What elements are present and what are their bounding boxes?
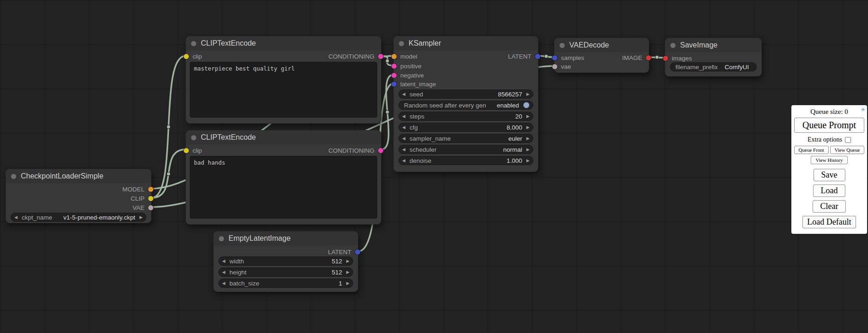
decrement-arrow-icon[interactable]: ◀ [402,134,405,143]
input-port-latent-image[interactable]: latent_image [391,80,436,88]
node-title-bar[interactable]: EmptyLatentImage [214,232,358,245]
port-dot-clip[interactable] [148,196,154,202]
port-dot-latent[interactable] [552,55,558,61]
widget-height[interactable]: ◀ height 512 ▶ [218,268,353,277]
decrement-arrow-icon[interactable]: ◀ [222,268,225,277]
increment-arrow-icon[interactable]: ▶ [526,123,530,132]
input-port-model[interactable]: model [391,53,417,60]
decrement-arrow-icon[interactable]: ◀ [222,279,225,288]
increment-arrow-icon[interactable]: ▶ [526,156,530,165]
node-vae-decode[interactable]: VAEDecode samples vae IMAGE [554,38,649,73]
decrement-arrow-icon[interactable]: ◀ [222,256,225,266]
port-dot-latent[interactable] [391,81,397,87]
widget-filename-prefix[interactable]: filename_prefix ComfyUI [670,62,757,71]
extra-options-checkbox[interactable] [845,137,851,143]
load-button[interactable]: Load [813,184,846,197]
port-dot-model[interactable] [148,186,154,192]
collapse-dot-icon[interactable] [670,43,675,48]
clear-button[interactable]: Clear [813,200,846,213]
port-dot-conditioning[interactable] [391,72,397,78]
port-dot-model[interactable] [391,54,397,59]
port-dot-latent[interactable] [355,249,361,255]
save-button[interactable]: Save [814,169,845,181]
port-dot-conditioning[interactable] [391,63,397,69]
increment-arrow-icon[interactable]: ▶ [346,256,350,266]
view-history-button[interactable]: View History [811,156,848,164]
widget-random-seed-toggle[interactable]: Random seed after every gen enabled [398,101,533,110]
node-title-bar[interactable]: CheckpointLoaderSimple [6,169,151,183]
node-canvas[interactable]: { "colors": { "model": "#e0962e", "clip"… [0,0,868,333]
output-port-model[interactable]: MODEL [122,185,154,193]
widget-batch-size[interactable]: ◀ batch_size 1 ▶ [218,279,353,288]
widget-seed[interactable]: ◀ seed 8566257 ▶ [398,89,533,99]
decrement-arrow-icon[interactable]: ◀ [402,145,405,154]
settings-icon[interactable]: ✳ [861,107,865,113]
node-title-bar[interactable]: VAEDecode [555,38,649,52]
decrement-arrow-icon[interactable]: ◀ [402,112,405,121]
collapse-dot-icon[interactable] [219,236,224,241]
queue-front-button[interactable]: Queue Front [794,146,829,154]
node-title-bar[interactable]: KSampler [394,36,538,50]
widget-ckpt-name[interactable]: ◀ ckpt_name v1-5-pruned-emaonly.ckpt ▶ [11,213,146,222]
collapse-dot-icon[interactable] [191,41,196,46]
port-dot-conditioning[interactable] [378,148,384,154]
increment-arrow-icon[interactable]: ▶ [526,89,530,99]
prompt-textarea[interactable]: bad hands [190,156,377,219]
output-port-clip[interactable]: CLIP [131,195,154,202]
input-port-negative[interactable]: negative [391,71,424,79]
port-dot-vae[interactable] [552,64,558,70]
decrement-arrow-icon[interactable]: ◀ [402,89,405,99]
node-title-bar[interactable]: CLIPTextEncode [186,36,381,50]
toggle-knob-icon[interactable] [523,102,530,108]
view-queue-button[interactable]: View Queue [830,146,865,154]
widget-width[interactable]: ◀ width 512 ▶ [218,256,353,266]
input-port-clip[interactable]: clip [183,53,202,60]
port-dot-latent[interactable] [535,54,541,59]
widget-sampler-name[interactable]: ◀ sampler_name euler ▶ [398,134,533,143]
collapse-dot-icon[interactable] [191,135,196,140]
increment-arrow-icon[interactable]: ▶ [526,145,530,154]
widget-denoise[interactable]: ◀ denoise 1.000 ▶ [398,156,533,165]
decrement-arrow-icon[interactable]: ◀ [402,123,405,132]
input-port-vae[interactable]: vae [552,63,571,70]
node-title-bar[interactable]: SaveImage [665,38,761,52]
port-dot-clip[interactable] [183,54,189,59]
node-ksampler[interactable]: KSampler model positive negative latent_… [393,36,538,172]
widget-cfg[interactable]: ◀ cfg 8.000 ▶ [398,123,533,132]
queue-prompt-button[interactable]: Queue Prompt [794,118,864,133]
input-port-images[interactable]: images [663,54,692,62]
input-port-positive[interactable]: positive [391,62,422,70]
input-port-clip[interactable]: clip [183,147,202,154]
port-dot-clip[interactable] [183,148,189,154]
load-default-button[interactable]: Load Default [802,216,856,228]
decrement-arrow-icon[interactable]: ◀ [14,213,18,222]
port-dot-image[interactable] [663,55,669,61]
increment-arrow-icon[interactable]: ▶ [139,213,143,222]
output-port-latent[interactable]: LATENT [328,248,361,256]
node-empty-latent-image[interactable]: EmptyLatentImage LATENT ◀ width 512 ▶ ◀ … [213,231,358,292]
widget-steps[interactable]: ◀ steps 20 ▶ [398,112,533,121]
increment-arrow-icon[interactable]: ▶ [346,279,350,288]
increment-arrow-icon[interactable]: ▶ [526,134,530,143]
node-save-image[interactable]: SaveImage images filename_prefix ComfyUI [665,38,762,77]
port-dot-conditioning[interactable] [378,54,384,59]
node-clip-text-encode-negative[interactable]: CLIPTextEncode clip CONDITIONING bad han… [186,130,381,225]
output-port-vae[interactable]: VAE [133,204,154,211]
collapse-dot-icon[interactable] [399,41,404,46]
node-clip-text-encode-positive[interactable]: CLIPTextEncode clip CONDITIONING masterp… [186,36,381,124]
output-port-conditioning[interactable]: CONDITIONING [328,147,384,154]
prompt-textarea[interactable]: masterpiece best quality girl [190,62,377,118]
output-port-image[interactable]: IMAGE [622,54,651,61]
increment-arrow-icon[interactable]: ▶ [526,112,530,121]
widget-scheduler[interactable]: ◀ scheduler normal ▶ [398,145,533,154]
decrement-arrow-icon[interactable]: ◀ [402,156,405,165]
node-checkpoint-loader[interactable]: CheckpointLoaderSimple MODEL CLIP VAE ◀ … [6,169,151,223]
port-dot-image[interactable] [645,55,651,61]
collapse-dot-icon[interactable] [560,43,565,48]
collapse-dot-icon[interactable] [11,174,16,179]
input-port-samples[interactable]: samples [552,54,584,61]
increment-arrow-icon[interactable]: ▶ [346,268,350,277]
port-dot-vae[interactable] [148,205,154,211]
output-port-latent[interactable]: LATENT [508,53,541,60]
output-port-conditioning[interactable]: CONDITIONING [328,53,384,60]
